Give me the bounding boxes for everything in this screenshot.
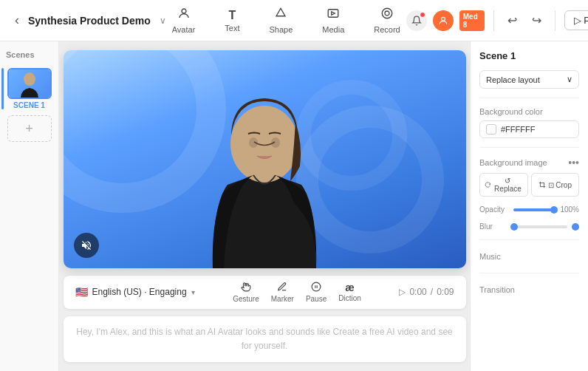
time-separator: / (431, 287, 433, 297)
svg-rect-1 (329, 10, 339, 18)
gesture-icon (241, 282, 251, 294)
blur-label: Blur (479, 222, 509, 231)
toolbar-record-label: Record (374, 25, 400, 34)
script-text: Hey, I'm Alex, and this is what an AI Av… (75, 325, 454, 353)
med8-area: Med 8 (459, 8, 485, 33)
color-input-row[interactable]: #FFFFFF (479, 120, 579, 138)
time-current: 0:00 (409, 287, 426, 297)
toolbar: ‹ Synthesia Product Demo ∨ Avatar T Text… (0, 0, 588, 41)
play-small-button[interactable]: ▷ (399, 287, 406, 297)
toolbar-tool-text[interactable]: T Text (219, 6, 245, 35)
layout-select-label: Replace layout (486, 75, 540, 84)
marker-tool[interactable]: Marker (271, 282, 294, 303)
med8-badge: Med 8 (459, 10, 485, 31)
blur-dot[interactable] (572, 223, 579, 231)
music-label: Music (479, 252, 501, 261)
opacity-value: 100% (558, 205, 579, 214)
script-area[interactable]: Hey, I'm Alex, and this is what an AI Av… (64, 316, 466, 362)
replace-image-label: ↺ Replace (493, 177, 522, 193)
svg-rect-13 (540, 183, 544, 187)
toolbar-right: Med 8 ↩ ↪ ▷ Play Generate (406, 8, 588, 33)
user-avatar-badge[interactable] (433, 10, 454, 31)
opacity-slider-row: Opacity 100% (479, 205, 579, 214)
opacity-slider-fill (513, 208, 554, 211)
language-label: English (US) · Engaging (92, 287, 187, 297)
divider-1 (479, 98, 579, 98)
toolbar-center: Avatar T Text Shape Media Record (166, 4, 406, 37)
diction-label: Diction (338, 294, 361, 302)
toolbar-avatar-label: Avatar (172, 25, 196, 34)
language-chevron-icon: ▾ (191, 288, 195, 296)
play-button[interactable]: ▷ Play (564, 10, 588, 30)
project-title: Synthesia Product Demo (28, 15, 151, 27)
opacity-label: Opacity (479, 205, 509, 214)
undo-button[interactable]: ↩ (503, 9, 522, 32)
svg-point-0 (182, 9, 186, 13)
svg-point-3 (382, 8, 392, 18)
media-icon (327, 7, 340, 24)
toolbar-media-label: Media (322, 25, 344, 34)
shape-icon (274, 7, 287, 24)
svg-point-4 (441, 17, 445, 21)
divider-3 (479, 239, 579, 240)
diction-icon: æ (345, 282, 354, 293)
text-icon: T (229, 9, 236, 22)
scene-1-wrapper: SCENE 1 (7, 68, 52, 109)
more-options-button[interactable]: ••• (568, 157, 579, 169)
canvas-area: 🇺🇸 English (US) · Engaging ▾ Gesture Mar… (59, 41, 470, 371)
scene-1-label: SCENE 1 (13, 101, 45, 109)
controls-bar: 🇺🇸 English (US) · Engaging ▾ Gesture Mar… (64, 276, 466, 309)
crop-image-button[interactable]: ⊡ Crop (531, 173, 580, 197)
bg-image-row: Background image ••• (479, 157, 579, 169)
avatar-figure (183, 55, 346, 268)
bg-image-section: Background image ••• ↺ Replace ⊡ Crop (479, 157, 579, 197)
transition-row: Transition (479, 282, 579, 297)
toolbar-text-label: Text (225, 24, 239, 33)
opacity-slider-thumb[interactable] (550, 206, 558, 214)
scene-thumb-inner (9, 69, 50, 98)
scene-1-thumbnail[interactable] (7, 68, 52, 99)
video-canvas (64, 50, 466, 268)
svg-point-7 (230, 106, 298, 183)
toolbar-tool-avatar[interactable]: Avatar (166, 4, 202, 37)
blur-slider-thumb[interactable] (510, 223, 518, 231)
notification-dot (420, 12, 425, 18)
blur-slider-track[interactable] (513, 225, 567, 228)
bg-image-label: Background image (479, 158, 547, 167)
transition-label: Transition (479, 285, 515, 294)
mute-button[interactable] (74, 233, 99, 258)
layout-section: Replace layout ∨ (479, 70, 579, 89)
opacity-slider-track[interactable] (513, 208, 554, 211)
diction-tool[interactable]: æ Diction (338, 282, 361, 302)
pause-tool[interactable]: Pause (306, 282, 327, 303)
color-value: #FFFFFF (501, 125, 535, 134)
toolbar-separator (493, 10, 494, 31)
redo-button[interactable]: ↪ (527, 9, 546, 32)
divider-2 (479, 147, 579, 148)
replace-image-button[interactable]: ↺ Replace (479, 173, 528, 197)
layout-select[interactable]: Replace layout ∨ (479, 70, 579, 89)
scene-selected-indicator (1, 68, 4, 109)
control-tools: Gesture Marker Pause æ Diction (233, 282, 361, 303)
toolbar-tool-record[interactable]: Record (368, 4, 406, 37)
gesture-tool[interactable]: Gesture (233, 282, 259, 303)
color-swatch (486, 124, 496, 135)
title-chevron-icon[interactable]: ∨ (160, 16, 166, 26)
add-scene-button[interactable]: + (7, 115, 52, 142)
language-select[interactable]: 🇺🇸 English (US) · Engaging ▾ (75, 286, 195, 298)
notification-button[interactable] (406, 10, 427, 31)
svg-point-5 (24, 72, 35, 86)
scene-title: Scene 1 (479, 50, 579, 61)
marker-label: Marker (271, 295, 294, 303)
marker-icon (277, 282, 287, 294)
toolbar-tool-shape[interactable]: Shape (263, 4, 298, 37)
scenes-panel: Scenes SCENE 1 + (0, 41, 59, 371)
toolbar-shape-label: Shape (269, 25, 293, 34)
layout-chevron-icon: ∨ (567, 75, 572, 84)
toolbar-tool-media[interactable]: Media (316, 4, 350, 37)
blur-slider-row: Blur (479, 222, 579, 231)
time-display: ▷ 0:00 / 0:09 (399, 287, 454, 297)
toolbar-left: ‹ Synthesia Product Demo ∨ (12, 10, 166, 31)
record-icon (380, 7, 394, 24)
back-button[interactable]: ‹ (12, 10, 22, 31)
